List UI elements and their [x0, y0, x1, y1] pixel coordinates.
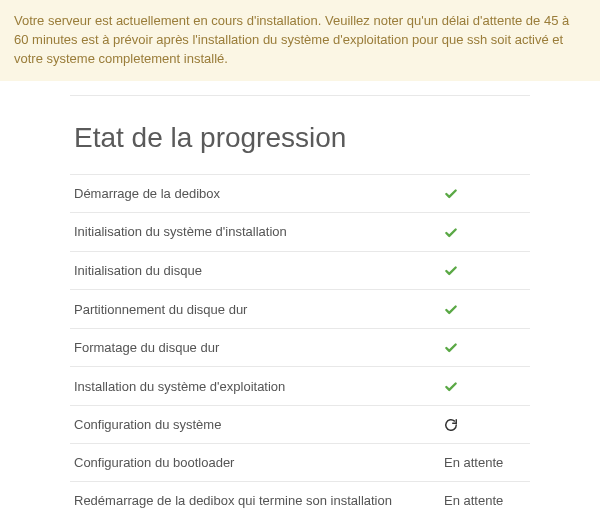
check-icon [444, 340, 458, 356]
check-icon [444, 224, 458, 240]
step-status [440, 367, 530, 406]
step-status [440, 405, 530, 444]
page-title: Etat de la progression [70, 96, 530, 174]
table-row: Formatage du disque dur [70, 328, 530, 367]
step-label: Redémarrage de la dedibox qui termine so… [70, 482, 440, 518]
step-status [440, 251, 530, 290]
table-row: Initialisation du disque [70, 251, 530, 290]
table-row: Configuration du système [70, 405, 530, 444]
step-label: Configuration du système [70, 405, 440, 444]
table-row: Initialisation du système d'installation [70, 213, 530, 252]
step-label: Partitionnement du disque dur [70, 290, 440, 329]
step-status [440, 174, 530, 213]
step-status [440, 290, 530, 329]
notice-banner: Votre serveur est actuellement en cours … [0, 0, 600, 81]
step-status [440, 213, 530, 252]
step-status: En attente [440, 482, 530, 518]
check-icon [444, 263, 458, 279]
table-row: Configuration du bootloader En attente [70, 444, 530, 482]
table-row: Partitionnement du disque dur [70, 290, 530, 329]
check-icon [444, 186, 458, 202]
step-status [440, 328, 530, 367]
step-label: Initialisation du système d'installation [70, 213, 440, 252]
step-label: Démarrage de la dedibox [70, 174, 440, 213]
check-icon [444, 378, 458, 394]
step-label: Initialisation du disque [70, 251, 440, 290]
table-row: Démarrage de la dedibox [70, 174, 530, 213]
step-label: Configuration du bootloader [70, 444, 440, 482]
check-icon [444, 301, 458, 317]
table-row: Redémarrage de la dedibox qui termine so… [70, 482, 530, 518]
step-label: Installation du système d'exploitation [70, 367, 440, 406]
step-status: En attente [440, 444, 530, 482]
progress-table: Démarrage de la dedibox Initialisation d… [70, 174, 530, 518]
table-row: Installation du système d'exploitation [70, 367, 530, 406]
step-label: Formatage du disque dur [70, 328, 440, 367]
spinner-icon [444, 417, 458, 433]
progress-panel: Etat de la progression Démarrage de la d… [70, 95, 530, 518]
